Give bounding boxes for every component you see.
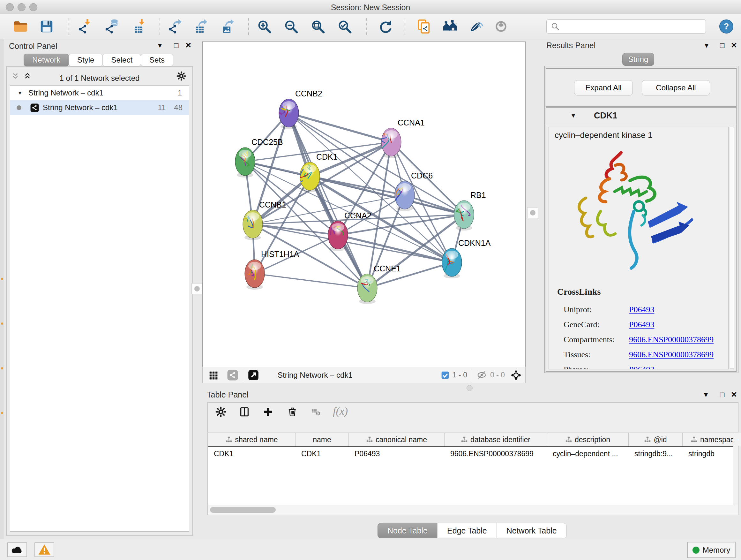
network-label: String Network – cdk1 xyxy=(43,103,118,112)
column-header-canonical-name[interactable]: canonical name xyxy=(349,433,445,446)
cloud-button[interactable] xyxy=(7,543,27,557)
add-row-icon[interactable] xyxy=(263,407,273,417)
crosslink-row: Uniprot: P06493 xyxy=(563,302,723,317)
results-panel-close-icon[interactable]: ✕ xyxy=(731,41,737,50)
string-documents-icon[interactable] xyxy=(415,17,433,36)
warnings-button[interactable] xyxy=(35,543,54,557)
eye-disabled-icon[interactable] xyxy=(492,17,510,36)
hide-unselected-icon[interactable] xyxy=(467,17,484,36)
string-network-badge-icon xyxy=(30,104,39,112)
crosslink-row: Pharos: P06493 xyxy=(563,362,723,369)
create-column-icon[interactable] xyxy=(239,407,250,417)
delete-icon[interactable] xyxy=(287,407,298,417)
tab-sets[interactable]: Sets xyxy=(141,54,173,66)
node-HIST1H1A[interactable]: HIST1H1A xyxy=(245,250,299,290)
crosslink-row: GeneCard: P06493 xyxy=(563,317,723,332)
results-panel: Results Panel ▾ □ ✕ String Expand All Co… xyxy=(542,39,741,387)
help-button[interactable]: ? xyxy=(718,17,735,36)
table-row[interactable]: CDK1CDK1P064939606.ENSP00000378699cyclin… xyxy=(208,447,738,460)
node-CDKN1A[interactable]: CDKN1A xyxy=(442,239,491,278)
export-image-icon[interactable] xyxy=(218,17,236,36)
crosslink-link[interactable]: 9606.ENSP00000378699 xyxy=(629,335,714,345)
import-table-icon[interactable] xyxy=(130,17,148,36)
open-folder-icon[interactable] xyxy=(11,17,29,36)
zoom-out-icon[interactable] xyxy=(282,17,300,36)
network-status-dot-icon xyxy=(17,105,21,110)
memory-button[interactable]: Memory xyxy=(687,542,736,558)
column-header-namespace[interactable]: namespace xyxy=(683,433,741,446)
network-overview-icon[interactable] xyxy=(227,369,239,381)
node-table: shared namenamecanonical namedatabase id… xyxy=(208,433,738,515)
entry-collapse-icon[interactable]: ▾ xyxy=(571,111,575,120)
grid-view-icon[interactable] xyxy=(208,370,219,381)
table-vscrollbar[interactable] xyxy=(733,433,738,515)
string-home-icon[interactable] xyxy=(441,17,459,36)
column-header-database-identifier[interactable]: database identifier xyxy=(445,433,547,446)
node-CCNA1[interactable]: CCNA1 xyxy=(381,118,425,158)
tab-string[interactable]: String xyxy=(622,53,654,66)
results-scrollbar[interactable] xyxy=(730,127,734,369)
search-input[interactable] xyxy=(546,19,706,34)
table-hscrollbar[interactable] xyxy=(208,505,738,515)
zoom-fit-icon[interactable] xyxy=(309,17,327,36)
table-cell: 9606.ENSP00000378699 xyxy=(445,447,547,460)
export-network-icon[interactable] xyxy=(166,17,184,36)
network-collection-row[interactable]: ▾ String Network – cdk1 1 xyxy=(10,85,189,100)
crosslink-link[interactable]: P06493 xyxy=(629,320,654,329)
column-type-icon xyxy=(565,436,572,443)
zoom-in-icon[interactable] xyxy=(255,17,273,36)
refresh-icon[interactable] xyxy=(377,17,394,36)
selected-checkbox-icon[interactable] xyxy=(441,371,449,379)
network-panel-body: 1 of 1 Network selected ▾ String Network… xyxy=(6,66,193,536)
network-tree: ▾ String Network – cdk1 1 String Network… xyxy=(10,85,189,532)
table-panel-collapse-icon[interactable]: ▾ xyxy=(704,390,708,399)
table-rows: CDK1CDK1P064939606.ENSP00000378699cyclin… xyxy=(208,447,738,460)
crosslink-row: Tissues: 9606.ENSP00000378699 xyxy=(563,347,723,362)
hscrollbar-thumb[interactable] xyxy=(210,507,276,513)
results-actions-box: Expand All Collapse All xyxy=(546,68,737,107)
table-cell: CDK1 xyxy=(295,447,349,460)
node-label-CCNA1: CCNA1 xyxy=(398,118,425,127)
left-splitter-handle[interactable] xyxy=(192,283,202,294)
control-panel-close-icon[interactable]: ✕ xyxy=(185,41,192,50)
tab-edge-table[interactable]: Edge Table xyxy=(437,523,497,538)
tab-node-table[interactable]: Node Table xyxy=(378,523,437,538)
table-panel-float-icon[interactable]: □ xyxy=(720,390,725,399)
open-in-browser-icon[interactable] xyxy=(248,369,259,381)
import-network-database-icon[interactable] xyxy=(103,17,121,36)
results-panel-collapse-icon[interactable]: ▾ xyxy=(704,41,709,50)
column-header--id[interactable]: @id xyxy=(629,433,683,446)
network-options-gear-icon[interactable] xyxy=(177,71,186,81)
collection-expand-icon[interactable]: ▾ xyxy=(18,89,21,97)
column-header-shared-name[interactable]: shared name xyxy=(208,433,295,446)
tab-network-table[interactable]: Network Table xyxy=(496,523,567,538)
crosslink-link[interactable]: P06493 xyxy=(629,365,654,370)
node-CCNB1[interactable]: CCNB1 xyxy=(242,200,286,240)
table-settings-gear-icon[interactable] xyxy=(215,407,226,417)
right-splitter-handle[interactable] xyxy=(527,207,538,218)
import-network-icon[interactable] xyxy=(76,17,94,36)
tab-network[interactable]: Network xyxy=(23,54,69,66)
table-panel-close-icon[interactable]: ✕ xyxy=(731,390,737,399)
tab-select[interactable]: Select xyxy=(103,54,141,66)
control-panel-float-icon[interactable]: □ xyxy=(174,41,179,50)
node-RB1[interactable]: RB1 xyxy=(454,191,486,231)
expand-all-button[interactable]: Expand All xyxy=(574,80,633,96)
crosslink-link[interactable]: 9606.ENSP00000378699 xyxy=(629,350,714,360)
network-row[interactable]: String Network – cdk1 11 48 xyxy=(10,100,189,115)
hidden-eye-slash-icon xyxy=(476,370,487,380)
control-panel-collapse-icon[interactable]: ▾ xyxy=(158,41,162,50)
zoom-selected-icon[interactable] xyxy=(336,17,354,36)
export-table-icon[interactable] xyxy=(192,17,209,36)
save-floppy-icon[interactable] xyxy=(38,17,56,36)
collapse-all-button[interactable]: Collapse All xyxy=(642,80,710,96)
column-header-description[interactable]: description xyxy=(547,433,629,446)
column-header-name[interactable]: name xyxy=(295,433,349,446)
entry-header[interactable]: ▾ CDK1 xyxy=(546,108,736,125)
birdseye-toggle-icon[interactable] xyxy=(510,369,522,381)
crosslink-link[interactable]: P06493 xyxy=(629,305,654,314)
network-canvas[interactable]: CCNB2 CCNA1 CDC25B CDK1 CDC6 xyxy=(202,42,526,367)
crosslink-label: Uniprot: xyxy=(563,305,629,314)
results-panel-float-icon[interactable]: □ xyxy=(720,41,725,50)
tab-style[interactable]: Style xyxy=(69,54,103,66)
